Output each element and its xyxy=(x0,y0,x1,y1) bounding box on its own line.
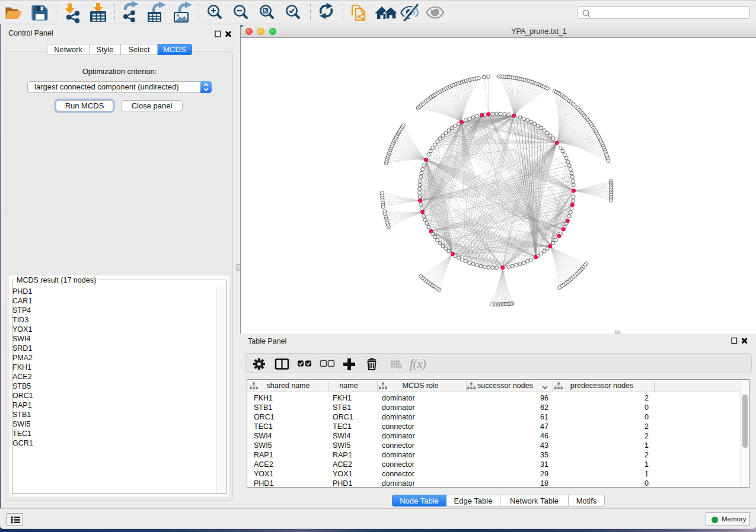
svg-text:f(x): f(x) xyxy=(410,357,426,371)
